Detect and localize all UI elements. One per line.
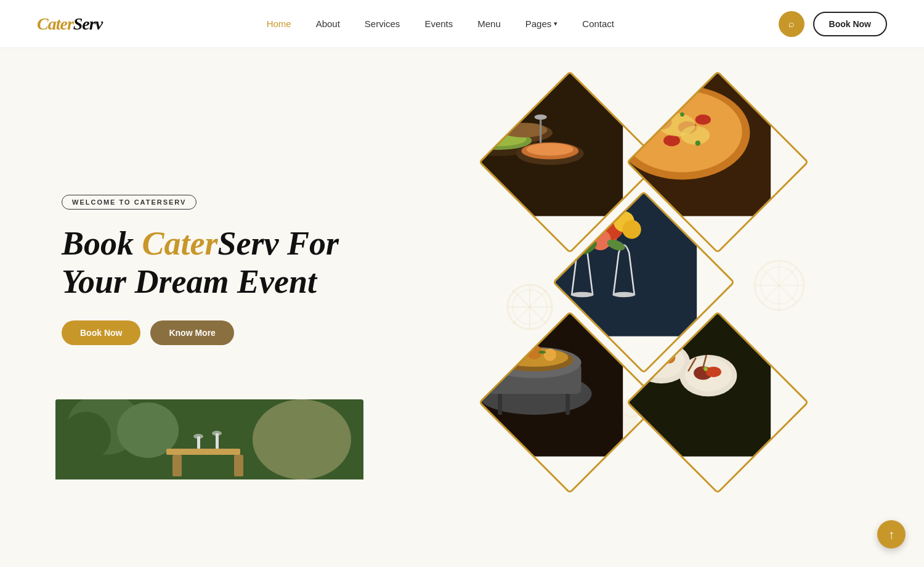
navbar: Cater Serv Home About Services Events Me… (0, 0, 924, 48)
nav-link-pages[interactable]: Pages ▾ (525, 18, 558, 29)
nav-item-services[interactable]: Services (365, 18, 400, 30)
svg-rect-83 (234, 455, 243, 476)
arrow-up-icon: ↑ (888, 528, 894, 542)
hero-right (407, 85, 875, 455)
nav-link-home[interactable]: Home (267, 18, 291, 29)
diamond-grid (456, 85, 825, 455)
nav-link-services[interactable]: Services (365, 18, 400, 29)
book-now-button[interactable]: Book Now (813, 12, 887, 36)
svg-rect-81 (166, 449, 240, 455)
svg-point-74 (665, 354, 669, 359)
know-more-button[interactable]: Know More (150, 320, 233, 345)
svg-rect-82 (172, 455, 182, 476)
svg-point-37 (664, 115, 669, 120)
nav-link-events[interactable]: Events (424, 18, 453, 29)
svg-point-80 (62, 412, 111, 461)
svg-point-60 (522, 349, 531, 353)
svg-point-87 (212, 431, 222, 436)
svg-rect-26 (540, 117, 541, 143)
hero-section: WELCOME TO CATERSERV Book CaterServ For … (0, 48, 924, 479)
nav-link-about[interactable]: About (316, 18, 340, 29)
hero-left: WELCOME TO CATERSERV Book CaterServ For … (62, 195, 370, 345)
diamond-2 (653, 97, 782, 227)
search-icon: ⌕ (788, 18, 795, 30)
logo-cater: Cater (37, 14, 73, 34)
svg-point-25 (481, 108, 496, 115)
scroll-to-top-button[interactable]: ↑ (877, 520, 906, 549)
bottom-preview (55, 399, 363, 479)
svg-point-85 (193, 434, 203, 439)
diamond-1 (505, 97, 634, 227)
hero-title-highlight: Cater (142, 225, 218, 262)
search-button[interactable]: ⌕ (779, 11, 804, 37)
diamond-5 (653, 338, 782, 467)
svg-rect-63 (565, 394, 570, 415)
diamond-4 (505, 338, 634, 467)
pizza-right-icon (752, 258, 807, 326)
welcome-badge: WELCOME TO CATERSERV (62, 195, 197, 210)
nav-item-contact[interactable]: Contact (582, 18, 614, 30)
nav-link-menu[interactable]: Menu (477, 18, 501, 29)
logo-serv: Serv (73, 14, 102, 34)
hero-title-part1: Book (62, 225, 142, 262)
svg-rect-24 (487, 112, 489, 141)
nav-item-home[interactable]: Home (267, 18, 291, 30)
nav-right: ⌕ Book Now (779, 11, 887, 37)
svg-point-88 (253, 399, 351, 479)
svg-rect-62 (498, 394, 502, 415)
nav-item-pages[interactable]: Pages ▾ (525, 18, 558, 29)
chevron-down-icon: ▾ (554, 20, 557, 28)
hero-title: Book CaterServ For Your Dream Event (62, 224, 370, 301)
book-now-hero-button[interactable]: Book Now (62, 320, 140, 345)
diamond-3 (579, 218, 708, 347)
nav-links: Home About Services Events Menu Pages ▾ … (267, 18, 614, 30)
nav-item-about[interactable]: About (316, 18, 340, 30)
nav-link-contact[interactable]: Contact (582, 18, 614, 29)
nav-item-events[interactable]: Events (424, 18, 453, 30)
logo[interactable]: Cater Serv (37, 14, 102, 34)
nav-item-menu[interactable]: Menu (477, 18, 501, 30)
hero-buttons: Book Now Know More (62, 320, 370, 345)
